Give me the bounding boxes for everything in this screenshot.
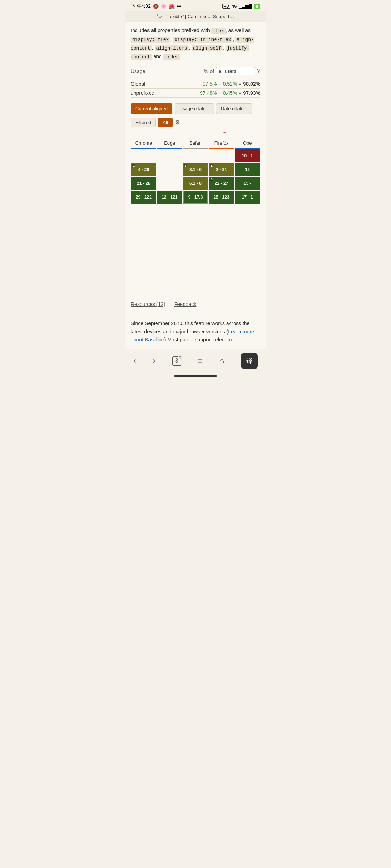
usage-of: % of bbox=[204, 68, 214, 74]
grid-row-2: 21 - 28 - 6.1 - 8 - 3 22 - 27 15 - bbox=[131, 176, 260, 190]
usage-label: Usage bbox=[131, 68, 145, 74]
unprefixed-numbers: 97.48% + 0.45% = 97.93% bbox=[200, 90, 260, 96]
status-left: 下 午4:02 🔕 🌸 🌺 ••• bbox=[131, 3, 182, 9]
code-order: order bbox=[163, 54, 180, 60]
cell-1-1 bbox=[157, 163, 182, 176]
signal-4g: 4G bbox=[232, 4, 237, 8]
chrome-label: Chrome bbox=[131, 139, 157, 148]
feedback-link[interactable]: Feedback bbox=[174, 301, 196, 307]
tab-usage-relative[interactable]: Usage relative bbox=[175, 103, 214, 114]
cell-2-3[interactable]: 3 22 - 27 bbox=[209, 177, 234, 190]
minus-1-2: - bbox=[206, 164, 207, 168]
footer-home-bar bbox=[125, 372, 266, 380]
global-numbers: 97.5% + 0.52% = 98.02% bbox=[203, 81, 260, 87]
cell-3-3[interactable]: 28 - 123 bbox=[209, 191, 234, 204]
gear-icon[interactable]: ⚙ bbox=[175, 119, 180, 126]
compat-section: * Chrome Edge Safari Firefox Ope bbox=[131, 131, 260, 204]
notification-icon: 🔕 bbox=[153, 4, 159, 9]
forward-icon: › bbox=[153, 356, 155, 366]
edge-label: Edge bbox=[157, 139, 183, 148]
cell-1-0[interactable]: 1 4 - 20 - bbox=[131, 163, 156, 176]
badge-2-3: 3 bbox=[210, 178, 213, 181]
unprefixed-green1: 97.48% bbox=[200, 90, 217, 96]
code-display-flex: display: flex bbox=[131, 37, 170, 43]
code-flex: flex bbox=[211, 28, 226, 34]
nav-home[interactable]: ⌂ bbox=[219, 356, 224, 366]
cell-1-2-text: 3.1 - 6 bbox=[189, 167, 202, 172]
browser-bar: 🛡 "flexible" | Can I use... Support… bbox=[125, 11, 266, 22]
grid-row-3: 29 - 122 12 - 121 9 - 17.3 28 - 123 17 -… bbox=[131, 190, 260, 204]
signal-bars: ▂▄▆█ bbox=[239, 4, 252, 9]
cell-2-2-text: 6.1 - 8 bbox=[189, 181, 202, 186]
code-align-self: align-self bbox=[192, 45, 223, 51]
unprefixed-stats-row: unprefixed: 97.48% + 0.45% = 97.93% bbox=[131, 89, 260, 98]
usage-question[interactable]: ? bbox=[257, 68, 260, 75]
cell-1-2[interactable]: 1 3.1 - 6 - bbox=[183, 163, 208, 176]
browser-col-firefox: Firefox bbox=[209, 139, 235, 149]
cell-2-1 bbox=[157, 177, 182, 190]
minus-2-0: - bbox=[154, 178, 155, 182]
menu-icon: ≡ bbox=[198, 356, 203, 366]
nav-forward[interactable]: › bbox=[153, 356, 155, 366]
cell-3-4[interactable]: 17 - 1 bbox=[235, 191, 260, 204]
status-right: HD 4G ▂▄▆█ ▮ bbox=[222, 4, 260, 9]
nav-back[interactable]: ‹ bbox=[133, 356, 136, 366]
minus-1-0: - bbox=[154, 164, 155, 168]
bottom-links: Resources (12) Feedback bbox=[131, 298, 260, 310]
cell-2-4[interactable]: 15 - bbox=[235, 177, 260, 190]
cell-2-0-text: 21 - 28 bbox=[137, 181, 150, 186]
unprefixed-equals: = bbox=[239, 90, 241, 96]
cell-2-0[interactable]: 21 - 28 - bbox=[131, 177, 156, 190]
unprefixed-plus: + bbox=[218, 90, 221, 96]
tabs-icon: 3 👻 bbox=[172, 356, 181, 366]
unprefixed-label: unprefixed: bbox=[131, 90, 156, 96]
resources-link[interactable]: Resources (12) bbox=[131, 301, 165, 307]
grid-row-0: 10 - 1 bbox=[131, 149, 260, 163]
code-display-inline-flex: display: inline-flex bbox=[173, 37, 232, 43]
unprefixed-green2: 0.45% bbox=[223, 90, 237, 96]
cell-3-0[interactable]: 29 - 122 bbox=[131, 191, 156, 204]
cell-2-2[interactable]: 6.1 - 8 - bbox=[183, 177, 208, 190]
nav-tabs[interactable]: 3 👻 bbox=[172, 356, 181, 366]
baseline-text2: ) Most partial support refers to bbox=[164, 337, 232, 342]
cell-3-1[interactable]: 12 - 121 bbox=[157, 191, 182, 204]
browser-col-edge: Edge bbox=[157, 139, 183, 149]
cell-1-4[interactable]: 12 bbox=[235, 163, 260, 176]
safari-label: Safari bbox=[182, 139, 209, 148]
minus-1-3: - bbox=[232, 164, 233, 168]
browser-col-safari: Safari bbox=[182, 139, 209, 149]
tab-date-relative[interactable]: Date relative bbox=[216, 103, 252, 114]
baseline-section: Since September 2020, this feature works… bbox=[125, 314, 266, 349]
cell-2-3-text: 22 - 27 bbox=[215, 181, 228, 186]
badge-1-2: 1 bbox=[184, 164, 187, 167]
filter-all[interactable]: All bbox=[158, 118, 172, 127]
cell-1-3[interactable]: 1 2 - 21 - bbox=[209, 163, 234, 176]
global-green2: 0.52% bbox=[223, 81, 237, 87]
main-content: Includes all properties prefixed with fl… bbox=[125, 22, 266, 314]
cell-0-1 bbox=[157, 149, 182, 162]
status-time: 下 午4:02 bbox=[131, 3, 151, 9]
tab-bar: Current aligned Usage relative Date rela… bbox=[131, 100, 260, 116]
tab-current-aligned[interactable]: Current aligned bbox=[131, 103, 172, 114]
global-equals: = bbox=[239, 81, 241, 87]
home-icon: ⌂ bbox=[219, 356, 224, 366]
cell-0-0 bbox=[131, 149, 156, 162]
global-green1: 97.5% bbox=[203, 81, 217, 87]
unprefixed-total: 97.93% bbox=[243, 90, 260, 96]
minus-2-2: - bbox=[206, 178, 207, 182]
usage-select[interactable]: all users tracked users bbox=[216, 67, 255, 75]
cell-0-3 bbox=[209, 149, 234, 162]
translate-button[interactable]: 译 bbox=[241, 353, 258, 369]
grid-rows: 10 - 1 1 4 - 20 - 1 3.1 - 6 - 1 2 - 21 bbox=[131, 149, 260, 204]
stats-section: Global 97.5% + 0.52% = 98.02% unprefixed… bbox=[131, 80, 260, 98]
usage-row: Usage % of all users tracked users ? bbox=[131, 65, 260, 77]
more-icon: ••• bbox=[177, 4, 182, 9]
home-indicator bbox=[174, 375, 217, 377]
nav-menu[interactable]: ≡ bbox=[198, 356, 203, 366]
filter-filtered[interactable]: Filtered bbox=[131, 118, 156, 127]
global-label: Global bbox=[131, 81, 145, 87]
ghost-icon: 👻 bbox=[178, 355, 182, 359]
shield-icon: 🛡 bbox=[157, 13, 163, 20]
browser-url: "flexible" | Can I use... Support… bbox=[166, 14, 234, 19]
cell-3-2[interactable]: 9 - 17.3 bbox=[183, 191, 208, 204]
